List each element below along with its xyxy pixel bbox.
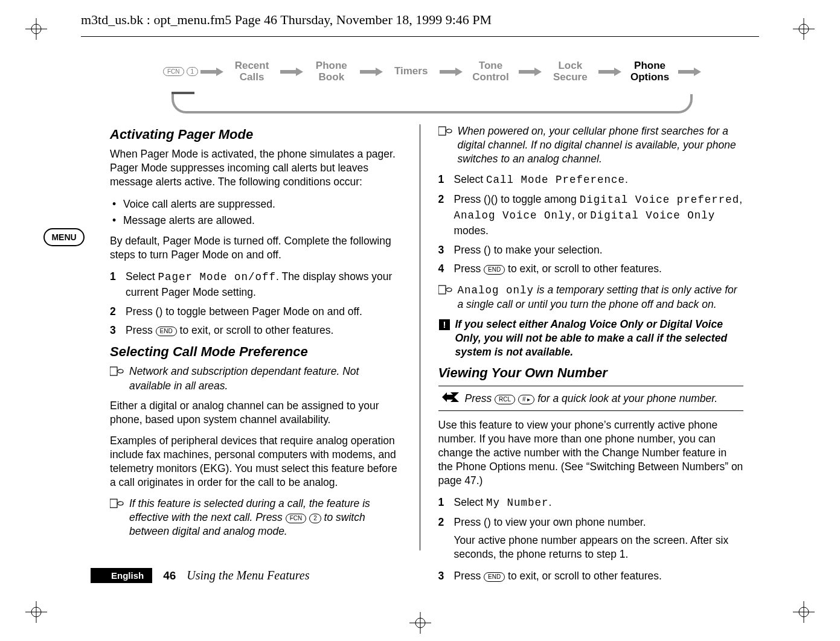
svg-marker-15	[200, 68, 223, 76]
step-item: 2 Press () to view your own phone number…	[438, 515, 744, 562]
arrow-right-icon	[360, 68, 383, 76]
breadcrumb-keys: FCN 1	[163, 67, 198, 76]
rcl-key-icon: RCL	[495, 395, 515, 404]
fcn-key-icon: FCN	[163, 67, 184, 76]
svg-text:!: !	[443, 319, 446, 330]
svg-rect-24	[438, 127, 446, 135]
crumb-timers: Timers	[383, 66, 440, 77]
svg-marker-21	[678, 68, 701, 76]
shortcut-text: Press	[465, 392, 495, 404]
step-item: 3 Press () to make your selection.	[438, 243, 744, 258]
one-key-icon: 1	[187, 67, 199, 76]
heading-call-mode-preference: Selecting Call Mode Preference	[110, 344, 402, 360]
breadcrumb: FCN 1 RecentCalls PhoneBook Timers ToneC…	[163, 58, 701, 116]
language-badge: English	[91, 568, 152, 583]
end-key-icon: END	[484, 572, 505, 582]
paragraph: When Pager Mode is activated, the phone …	[110, 147, 402, 189]
note-hand-icon	[110, 497, 124, 538]
step-item: 1 Select My Number.	[438, 495, 744, 511]
note-hand-icon	[438, 283, 453, 311]
step-item: 2 Press () to toggle between Pager Mode …	[110, 304, 402, 319]
paragraph: By default, Pager Mode is turned off. Co…	[110, 234, 402, 262]
lcd-text: Analog Voice Only	[454, 209, 572, 222]
crumb-recent-calls: RecentCalls	[223, 60, 280, 83]
svg-rect-23	[110, 499, 117, 508]
framemaker-header: m3td_us.bk : opt_menu.fm5 Page 46 Thursd…	[81, 12, 759, 28]
crumb-lock-secure: LockSecure	[542, 60, 598, 83]
lcd-text: Call Mode Preference	[486, 174, 625, 186]
lcd-text: Digital Voice preferred	[580, 194, 740, 206]
lcd-text: Digital Voice Only	[590, 209, 715, 222]
lcd-text: Pager Mode on/off	[158, 271, 277, 283]
side-key-up-down-icon: ()()	[484, 192, 498, 207]
svg-marker-20	[598, 68, 621, 76]
step-item: 3 Press END to exit, or scroll to other …	[110, 323, 402, 338]
left-column: Activating Pager Mode When Pager Mode is…	[91, 124, 420, 550]
fcn-key-icon: FCN	[286, 514, 307, 523]
svg-marker-17	[360, 68, 383, 76]
registration-mark-icon	[793, 601, 815, 623]
two-key-icon: 2	[309, 514, 321, 523]
shortcut-box: Press RCL # ▸ for a quick look at your p…	[438, 386, 744, 411]
step-item: 3 Press END to exit, or scroll to other …	[438, 569, 744, 584]
side-key-icon: ()	[484, 243, 491, 258]
step-item: 1 Select Call Mode Preference.	[438, 172, 744, 188]
pound-key-icon: # ▸	[518, 395, 534, 404]
registration-mark-icon	[793, 18, 815, 40]
note-hand-icon	[110, 365, 124, 392]
svg-rect-25	[438, 285, 446, 294]
warning-icon: !	[438, 317, 450, 359]
note-text: If this feature is selected during a cal…	[129, 497, 402, 538]
registration-mark-icon	[25, 18, 47, 40]
heading-activating-pager-mode: Activating Pager Mode	[110, 127, 402, 142]
note-text: Analog only is a temporary setting that …	[458, 283, 744, 311]
arrow-right-icon	[200, 68, 223, 76]
svg-marker-28	[442, 392, 459, 402]
end-key-icon: END	[484, 265, 505, 275]
lcd-text: Analog only	[458, 284, 534, 296]
svg-marker-16	[280, 68, 303, 76]
crumb-phone-options: PhoneOptions	[621, 60, 678, 83]
step-item: 4 Press END to exit, or scroll to other …	[438, 261, 744, 276]
note-text: Network and subscription dependant featu…	[129, 365, 402, 392]
warning-text: If you select either Analog Voice Only o…	[455, 317, 744, 359]
step-subtext: Your active phone number appears on the …	[454, 534, 744, 561]
page-title: Using the Menu Features	[187, 569, 309, 582]
shortcut-icon	[442, 391, 459, 406]
step-item: 1 Select Pager Mode on/off. The display …	[110, 269, 402, 301]
paragraph: Either a digital or analog channel can b…	[110, 399, 402, 427]
svg-rect-22	[110, 367, 117, 375]
side-key-icon: ()	[156, 304, 163, 319]
arrow-right-icon	[280, 68, 303, 76]
right-column: When powered on, your cellular phone fir…	[420, 124, 750, 550]
svg-marker-19	[519, 68, 542, 76]
registration-mark-icon	[25, 601, 47, 623]
note-hand-icon	[438, 124, 453, 166]
arrow-right-icon	[678, 68, 701, 76]
end-key-icon: END	[156, 327, 177, 336]
side-key-icon: ()	[484, 515, 491, 530]
crumb-phone-book: PhoneBook	[303, 60, 360, 83]
header-rule	[81, 36, 759, 37]
crumb-tone-control: ToneControl	[463, 60, 519, 83]
step-item: 2 Press ()() to toggle among Digital Voi…	[438, 192, 744, 239]
paragraph: Examples of peripheral devices that requ…	[110, 434, 402, 490]
page-number: 46	[163, 569, 176, 582]
list-item: Voice call alerts are suppressed.	[110, 196, 402, 212]
lcd-text: My Number	[486, 497, 549, 509]
menu-tab: MENU	[43, 228, 85, 246]
footer: English 46 Using the Menu Features	[91, 568, 309, 583]
arrow-right-icon	[519, 68, 542, 76]
registration-mark-icon	[409, 612, 431, 634]
arrow-right-icon	[598, 68, 621, 76]
heading-viewing-your-own-number: Viewing Your Own Number	[438, 365, 744, 381]
note-text: When powered on, your cellular phone fir…	[458, 124, 744, 166]
list-item: Message alerts are allowed.	[110, 212, 402, 228]
shortcut-text: for a quick look at your phone number.	[537, 392, 717, 404]
paragraph: Use this feature to view your phone’s cu…	[438, 418, 744, 488]
svg-marker-18	[440, 68, 463, 76]
arrow-right-icon	[440, 68, 463, 76]
